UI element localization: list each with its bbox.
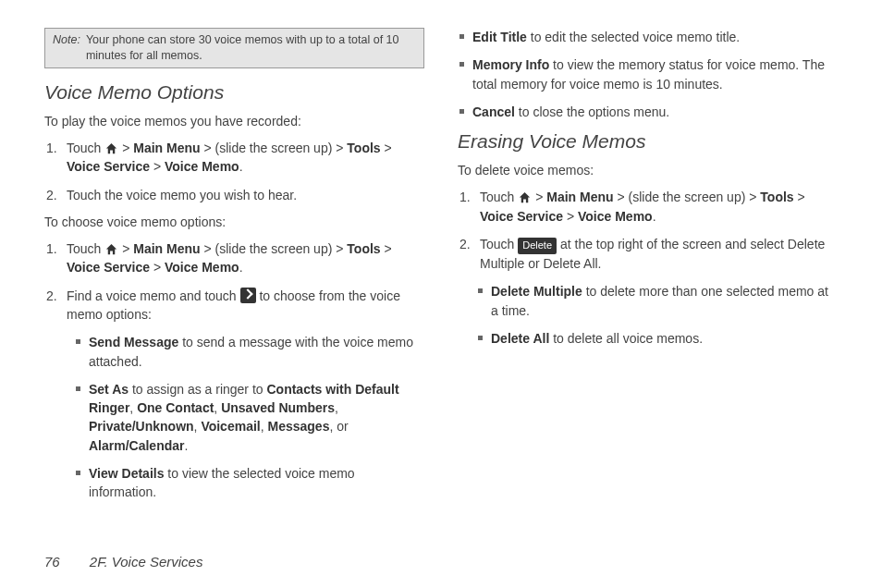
label: Unsaved Numbers	[221, 400, 335, 415]
main-menu-label: Main Menu	[546, 190, 613, 204]
heading-erasing-voice-memos: Erasing Voice Memos	[458, 130, 838, 153]
voice-memo-label: Voice Memo	[165, 260, 239, 275]
erase-step-2: 2. Touch Delete at the top right of the …	[471, 235, 838, 348]
text: .	[239, 159, 243, 174]
text: >	[118, 241, 133, 256]
tools-label: Tools	[347, 141, 380, 155]
text: Touch the voice memo you wish to hear.	[67, 188, 297, 202]
label: Private/Unknown	[89, 419, 194, 434]
home-icon	[518, 190, 532, 203]
sub-delete-multiple: Delete Multiple to delete more than one …	[485, 282, 838, 320]
sub-edit-title: Edit Title to edit the selected voice me…	[467, 28, 838, 46]
home-icon	[104, 141, 118, 154]
sub-view-details: View Details to view the selected voice …	[83, 464, 424, 502]
text: to close the options menu.	[515, 104, 669, 119]
label: Set As	[89, 382, 129, 397]
label: Memory Info	[472, 57, 549, 72]
note-text: Your phone can store 30 voice memos with…	[86, 32, 416, 64]
label: Edit Title	[472, 30, 527, 44]
label: Send Message	[89, 335, 178, 349]
text: >	[150, 260, 165, 275]
sub-memory-info: Memory Info to view the memory status fo…	[467, 55, 838, 93]
page-content: Note: Your phone can store 30 voice memo…	[0, 0, 882, 530]
note-label: Note:	[53, 32, 86, 64]
note-box: Note: Your phone can store 30 voice memo…	[44, 28, 424, 68]
text: .	[653, 209, 656, 224]
sub-send-message: Send Message to send a message with the …	[83, 333, 424, 371]
tools-label: Tools	[760, 190, 793, 204]
label: View Details	[89, 466, 164, 481]
erase-steps: 1. Touch > Main Menu > (slide the screen…	[458, 188, 838, 348]
text: Touch	[480, 190, 518, 204]
label: Delete All	[491, 331, 549, 346]
text: >	[794, 190, 805, 204]
text: > (slide the screen up) >	[201, 241, 348, 256]
options-sublist: Send Message to send a message with the …	[67, 333, 424, 501]
label: Cancel	[472, 104, 515, 119]
text: Touch	[67, 241, 104, 256]
play-step-2: 2. Touch the voice memo you wish to hear…	[57, 186, 424, 204]
erase-sublist: Delete Multiple to delete more than one …	[480, 282, 838, 348]
text: ,	[129, 400, 137, 415]
label: Delete Multiple	[491, 284, 582, 299]
voice-memo-label: Voice Memo	[578, 209, 653, 224]
text: .	[184, 438, 188, 453]
label: Messages	[267, 419, 329, 434]
label: Voicemail	[201, 419, 260, 434]
text: to edit the selected voice memo title.	[527, 30, 740, 44]
intro-choose: To choose voice memo options:	[44, 214, 424, 230]
text: > (slide the screen up) >	[614, 190, 761, 204]
right-column: Edit Title to edit the selected voice me…	[458, 28, 838, 511]
delete-button-icon: Delete	[518, 238, 557, 254]
voice-memo-label: Voice Memo	[165, 159, 239, 174]
text: , or	[329, 419, 348, 434]
page-number: 76	[44, 554, 60, 570]
options-sublist-continued: Edit Title to edit the selected voice me…	[458, 28, 838, 121]
tools-label: Tools	[347, 241, 380, 256]
text: > (slide the screen up) >	[201, 141, 348, 155]
left-column: Note: Your phone can store 30 voice memo…	[44, 28, 424, 511]
sub-set-as: Set As to assign as a ringer to Contacts…	[83, 380, 424, 455]
text: to delete all voice memos.	[549, 331, 703, 346]
voice-service-label: Voice Service	[67, 260, 150, 275]
play-steps: 1. Touch > Main Menu > (slide the screen…	[44, 139, 424, 204]
text: Touch	[480, 237, 518, 251]
intro-play: To play the voice memos you have recorde…	[44, 113, 424, 129]
sub-delete-all: Delete All to delete all voice memos.	[485, 329, 838, 348]
label: Alarm/Calendar	[89, 438, 184, 453]
label: One Contact	[137, 400, 214, 415]
text: to assign as a ringer to	[129, 382, 266, 397]
voice-service-label: Voice Service	[480, 209, 563, 224]
heading-voice-memo-options: Voice Memo Options	[44, 81, 424, 104]
intro-erase: To delete voice memos:	[458, 162, 838, 178]
text: Find a voice memo and touch	[67, 288, 240, 303]
text: >	[563, 209, 578, 224]
section-title: 2F. Voice Services	[90, 554, 203, 570]
options-steps: 1. Touch > Main Menu > (slide the screen…	[44, 239, 424, 502]
text: .	[239, 260, 243, 275]
main-menu-label: Main Menu	[133, 141, 200, 155]
play-step-1: 1. Touch > Main Menu > (slide the screen…	[57, 139, 424, 177]
main-menu-label: Main Menu	[133, 241, 200, 256]
text: >	[532, 190, 546, 204]
options-step-1: 1. Touch > Main Menu > (slide the screen…	[57, 239, 424, 277]
arrow-right-icon	[240, 288, 256, 303]
home-icon	[104, 242, 118, 255]
sub-cancel: Cancel to close the options menu.	[467, 103, 838, 121]
text: ,	[335, 400, 338, 415]
erase-step-1: 1. Touch > Main Menu > (slide the screen…	[471, 188, 838, 226]
text: >	[118, 141, 133, 155]
page-footer: 76 2F. Voice Services	[44, 554, 202, 570]
voice-service-label: Voice Service	[67, 159, 150, 174]
text: >	[150, 159, 165, 174]
text: ,	[214, 400, 221, 415]
text: >	[381, 141, 392, 155]
text: >	[381, 241, 392, 256]
options-step-2: 2. Find a voice memo and touch to choose…	[57, 287, 424, 502]
text: Touch	[67, 141, 104, 155]
